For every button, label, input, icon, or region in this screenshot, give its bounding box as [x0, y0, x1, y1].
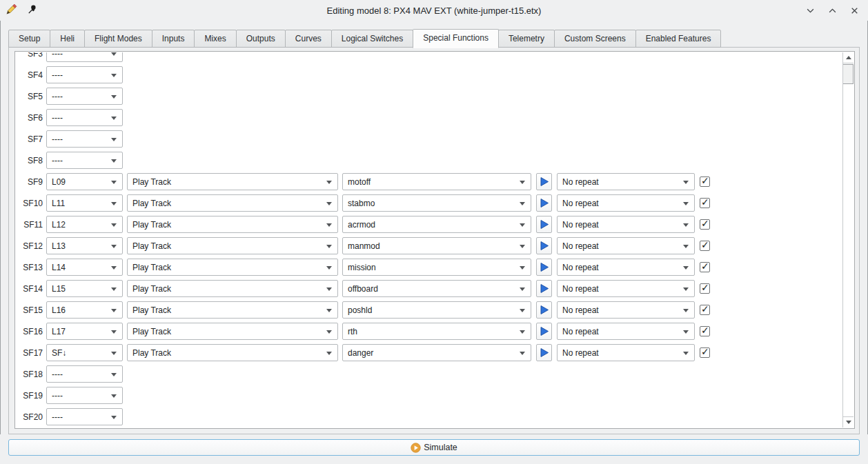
minimize-button[interactable]	[803, 3, 817, 17]
switch-select[interactable]: ----	[46, 130, 123, 148]
function-select[interactable]: Play Track	[127, 323, 338, 340]
switch-select[interactable]: L16	[46, 301, 123, 319]
vertical-scrollbar[interactable]	[842, 52, 854, 427]
repeat-select[interactable]: No repeat	[557, 344, 695, 361]
enabled-checkbox[interactable]: ✓	[700, 262, 710, 272]
function-select[interactable]: Play Track	[127, 237, 338, 254]
maximize-button[interactable]	[825, 3, 839, 17]
switch-select[interactable]: L14	[46, 259, 123, 276]
play-icon	[540, 198, 549, 208]
switch-select[interactable]: L17	[46, 323, 123, 340]
special-function-row: SF9 L09 Play Track motoff No repeat ✓	[15, 171, 842, 192]
repeat-select[interactable]: No repeat	[557, 216, 695, 233]
repeat-select[interactable]: No repeat	[557, 194, 695, 212]
enabled-checkbox[interactable]: ✓	[700, 241, 710, 251]
switch-select[interactable]: ----	[46, 408, 123, 425]
sf-label: SF14	[21, 284, 43, 294]
simulate-button[interactable]: Simulate	[8, 439, 860, 456]
track-select[interactable]: offboard	[342, 280, 531, 297]
enabled-checkbox[interactable]: ✓	[700, 198, 710, 208]
tab-mixes[interactable]: Mixes	[194, 30, 236, 48]
track-select[interactable]: danger	[342, 344, 531, 361]
play-track-button[interactable]	[536, 216, 552, 233]
track-select[interactable]: poshld	[342, 301, 531, 319]
function-select[interactable]: Play Track	[127, 344, 338, 361]
play-icon	[540, 219, 549, 230]
close-button[interactable]	[847, 3, 861, 17]
play-track-button[interactable]	[536, 173, 552, 190]
repeat-select[interactable]: No repeat	[557, 323, 695, 340]
switch-select[interactable]: ----	[46, 109, 123, 126]
special-function-row: SF3 ----	[15, 52, 842, 64]
tab-flight-modes[interactable]: Flight Modes	[84, 30, 152, 48]
repeat-select[interactable]: No repeat	[557, 259, 695, 276]
switch-select[interactable]: L15	[46, 280, 123, 297]
play-track-button[interactable]	[536, 259, 552, 276]
track-select[interactable]: manmod	[342, 237, 531, 254]
repeat-select[interactable]: No repeat	[557, 280, 695, 297]
special-functions-scroll-area: SF3 ---- SF4 ---- SF5 ---- SF6 ---- SF7 …	[14, 51, 855, 429]
function-select[interactable]: Play Track	[127, 216, 338, 233]
sf-label: SF13	[21, 263, 43, 272]
tab-enabled-features[interactable]: Enabled Features	[635, 30, 722, 48]
switch-select[interactable]: ----	[46, 66, 123, 83]
play-track-button[interactable]	[536, 280, 552, 297]
play-track-button[interactable]	[536, 323, 552, 340]
track-select[interactable]: acrmod	[342, 216, 531, 233]
special-function-row: SF7 ----	[15, 128, 842, 150]
play-icon	[540, 241, 549, 251]
play-track-button[interactable]	[536, 344, 552, 361]
track-select[interactable]: rth	[342, 323, 531, 340]
enabled-checkbox[interactable]: ✓	[700, 176, 710, 187]
track-select[interactable]: motoff	[342, 173, 531, 190]
sf-label: SF12	[21, 241, 43, 251]
repeat-select[interactable]: No repeat	[557, 301, 695, 319]
track-select[interactable]: stabmo	[342, 194, 531, 212]
tab-special-functions[interactable]: Special Functions	[413, 29, 499, 48]
function-select[interactable]: Play Track	[127, 301, 338, 319]
switch-select[interactable]: ----	[46, 387, 123, 404]
scroll-up-button[interactable]	[843, 52, 854, 63]
tab-telemetry[interactable]: Telemetry	[498, 30, 555, 48]
function-select[interactable]: Play Track	[127, 173, 338, 190]
function-select[interactable]: Play Track	[127, 259, 338, 276]
arrow-up-icon	[846, 56, 851, 59]
enabled-checkbox[interactable]: ✓	[700, 283, 710, 294]
switch-select[interactable]: ----	[46, 52, 123, 62]
switch-select[interactable]: L11	[46, 194, 123, 212]
switch-select[interactable]: ----	[46, 88, 123, 105]
tab-inputs[interactable]: Inputs	[152, 30, 195, 48]
enabled-checkbox[interactable]: ✓	[700, 326, 710, 336]
repeat-select[interactable]: No repeat	[557, 237, 695, 254]
switch-select[interactable]: SF↓	[46, 344, 123, 361]
function-select[interactable]: Play Track	[127, 194, 338, 212]
tab-setup[interactable]: Setup	[8, 30, 50, 48]
tab-logical-switches[interactable]: Logical Switches	[331, 30, 413, 48]
tab-heli[interactable]: Heli	[50, 30, 85, 48]
special-function-row: SF20 ----	[15, 406, 842, 427]
play-track-button[interactable]	[536, 194, 552, 212]
enabled-checkbox[interactable]: ✓	[700, 219, 710, 230]
special-function-row: SF17 SF↓ Play Track danger No repeat ✓	[15, 342, 842, 363]
switch-select[interactable]: ----	[46, 365, 123, 383]
tab-curves[interactable]: Curves	[285, 30, 332, 48]
special-function-row: SF14 L15 Play Track offboard No repeat ✓	[15, 278, 842, 299]
function-select[interactable]: Play Track	[127, 280, 338, 297]
play-icon	[540, 326, 549, 336]
play-track-button[interactable]	[536, 301, 552, 319]
enabled-checkbox[interactable]: ✓	[700, 305, 710, 315]
sf-label: SF20	[21, 412, 43, 422]
switch-select[interactable]: ----	[46, 152, 123, 169]
sf-label: SF6	[21, 113, 43, 123]
track-select[interactable]: mission	[342, 259, 531, 276]
tab-custom-screens[interactable]: Custom Screens	[554, 30, 636, 48]
play-track-button[interactable]	[536, 237, 552, 254]
switch-select[interactable]: L13	[46, 237, 123, 254]
tab-outputs[interactable]: Outputs	[236, 30, 286, 48]
repeat-select[interactable]: No repeat	[557, 173, 695, 190]
switch-select[interactable]: L09	[46, 173, 123, 190]
scrollbar-thumb[interactable]	[843, 64, 854, 84]
scroll-down-button[interactable]	[843, 416, 854, 427]
switch-select[interactable]: L12	[46, 216, 123, 233]
enabled-checkbox[interactable]: ✓	[700, 347, 710, 358]
